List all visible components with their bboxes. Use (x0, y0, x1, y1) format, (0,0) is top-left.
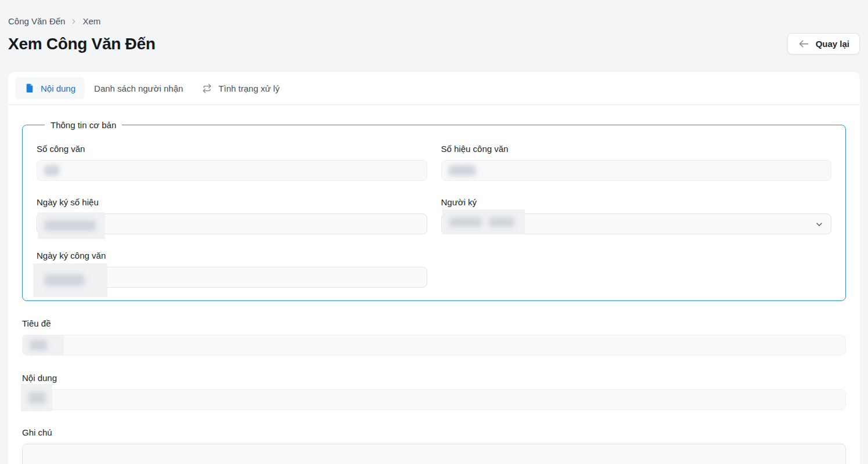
chevron-down-icon (815, 220, 824, 231)
arrow-left-icon (798, 38, 810, 50)
tab-label: Tình trạng xử lý (218, 84, 279, 93)
redaction-patch (38, 212, 105, 239)
content-card: Nội dung Danh sách người nhận Tình trạng… (8, 72, 860, 464)
redacted-value (44, 165, 59, 176)
redaction-patch (22, 335, 64, 356)
so-hieu-cong-van-input[interactable] (441, 160, 832, 181)
ngay-ky-so-hieu-label: Ngày ký số hiệu (37, 197, 427, 208)
ghi-chu-textarea[interactable] (22, 444, 846, 464)
field-grid: Số công văn Số hiệu công văn Ngày ký số … (37, 144, 831, 288)
tab-label: Nội dung (41, 84, 75, 93)
tab-label: Danh sách người nhận (94, 84, 183, 93)
back-button[interactable]: Quay lại (787, 33, 860, 55)
tab-danh-sach-nguoi-nhan[interactable]: Danh sách người nhận (85, 77, 192, 99)
field-ngay-ky-so-hieu: Ngày ký số hiệu (37, 197, 427, 234)
noi-dung-input[interactable] (22, 389, 846, 410)
so-hieu-cong-van-label: Số hiệu công văn (441, 144, 832, 154)
swap-arrows-icon (201, 83, 213, 94)
nguoi-ky-label: Người ký (441, 197, 832, 208)
page-title: Xem Công Văn Đến (8, 35, 155, 53)
chevron-right-icon (70, 17, 78, 26)
redaction-patch (33, 263, 107, 297)
ghi-chu-label: Ghi chú (22, 427, 846, 438)
redacted-value (449, 165, 476, 176)
back-button-label: Quay lại (816, 39, 849, 49)
field-ngay-ky-cong-van: Ngày ký công văn (37, 251, 427, 288)
form-content: Thông tin cơ bản Số công văn Số hiệu côn… (8, 105, 860, 464)
redacted-value (45, 220, 96, 231)
field-so-hieu-cong-van: Số hiệu công văn (441, 144, 832, 181)
field-tieu-de: Tiêu đề (22, 318, 846, 356)
redaction-patch (442, 209, 525, 234)
title-row: Xem Công Văn Đến Quay lại (8, 33, 860, 55)
file-icon (24, 83, 35, 93)
field-ghi-chu: Ghi chú (22, 427, 846, 464)
ngay-ky-cong-van-label: Ngày ký công văn (37, 251, 427, 261)
field-so-cong-van: Số công văn (37, 144, 427, 181)
tab-tinh-trang-xu-ly[interactable]: Tình trạng xử lý (192, 77, 289, 99)
breadcrumb-item-cong-van-den[interactable]: Công Văn Đến (8, 16, 65, 26)
redaction-patch (21, 384, 52, 411)
redacted-value (30, 340, 47, 350)
tieu-de-input[interactable] (22, 335, 846, 356)
field-noi-dung: Nội dung (22, 373, 846, 410)
tab-list: Nội dung Danh sách người nhận Tình trạng… (8, 72, 860, 104)
grid-spacer (441, 251, 832, 288)
tab-noi-dung[interactable]: Nội dung (15, 77, 85, 99)
breadcrumb: Công Văn Đến Xem (8, 16, 860, 26)
page-header: Công Văn Đến Xem Xem Công Văn Đến Quay l… (0, 0, 868, 55)
so-cong-van-input[interactable] (37, 160, 427, 181)
so-cong-van-label: Số công văn (37, 144, 427, 154)
redacted-value (449, 217, 482, 227)
basic-info-fieldset: Thông tin cơ bản Số công văn Số hiệu côn… (22, 120, 846, 301)
tieu-de-label: Tiêu đề (22, 318, 846, 329)
breadcrumb-item-xem: Xem (82, 16, 100, 26)
redacted-value (489, 217, 514, 227)
page: { "breadcrumb": { "items": ["Công Văn Đế… (0, 0, 868, 464)
field-nguoi-ky: Người ký (441, 197, 832, 234)
basic-info-legend: Thông tin cơ bản (45, 120, 122, 130)
noi-dung-label: Nội dung (22, 373, 846, 383)
redacted-value (28, 392, 46, 404)
redacted-value (45, 274, 84, 286)
